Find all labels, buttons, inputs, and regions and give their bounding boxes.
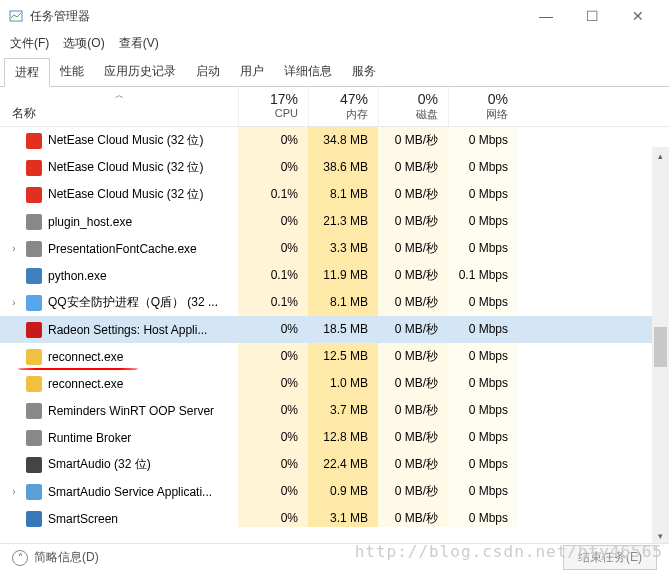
expand-icon[interactable]: ›	[8, 243, 20, 254]
scrollbar[interactable]: ▴ ▾	[652, 147, 669, 544]
table-row[interactable]: reconnect.exe0%1.0 MB0 MB/秒0 Mbps	[0, 370, 669, 397]
cpu-cell: 0%	[238, 316, 308, 343]
disk-cell: 0 MB/秒	[378, 235, 448, 262]
header-cpu[interactable]: 17% CPU	[238, 87, 308, 126]
expand-toggle-icon[interactable]: ˄	[12, 550, 28, 566]
process-name: Reminders WinRT OOP Server	[48, 404, 214, 418]
process-icon	[26, 322, 42, 338]
memory-cell: 8.1 MB	[308, 181, 378, 208]
tab-history[interactable]: 应用历史记录	[94, 58, 186, 86]
table-row[interactable]: python.exe0.1%11.9 MB0 MB/秒0.1 Mbps	[0, 262, 669, 289]
disk-cell: 0 MB/秒	[378, 505, 448, 527]
process-name: NetEase Cloud Music (32 位)	[48, 159, 203, 176]
network-cell: 0 Mbps	[448, 343, 518, 370]
memory-cell: 22.4 MB	[308, 451, 378, 478]
end-task-button[interactable]: 结束任务(E)	[563, 545, 657, 570]
window-controls: — ☐ ✕	[523, 0, 661, 32]
process-name: reconnect.exe	[48, 377, 123, 391]
network-cell: 0 Mbps	[448, 154, 518, 181]
network-cell: 0 Mbps	[448, 424, 518, 451]
app-icon	[8, 8, 24, 24]
memory-cell: 18.5 MB	[308, 316, 378, 343]
disk-cell: 0 MB/秒	[378, 316, 448, 343]
table-row[interactable]: ›SmartAudio Service Applicati...0%0.9 MB…	[0, 478, 669, 505]
cpu-cell: 0%	[238, 424, 308, 451]
cpu-cell: 0%	[238, 208, 308, 235]
column-headers: ︿ 名称 17% CPU 47% 内存 0% 磁盘 0% 网络	[0, 87, 669, 127]
expand-icon[interactable]: ›	[8, 297, 20, 308]
table-row[interactable]: NetEase Cloud Music (32 位)0.1%8.1 MB0 MB…	[0, 181, 669, 208]
table-row[interactable]: Radeon Settings: Host Appli...0%18.5 MB0…	[0, 316, 669, 343]
network-cell: 0 Mbps	[448, 505, 518, 527]
disk-cell: 0 MB/秒	[378, 127, 448, 154]
table-row[interactable]: NetEase Cloud Music (32 位)0%34.8 MB0 MB/…	[0, 127, 669, 154]
process-icon	[26, 349, 42, 365]
cpu-cell: 0%	[238, 235, 308, 262]
expand-icon[interactable]: ›	[8, 486, 20, 497]
memory-cell: 12.8 MB	[308, 424, 378, 451]
cpu-cell: 0%	[238, 397, 308, 424]
tab-performance[interactable]: 性能	[50, 58, 94, 86]
table-row[interactable]: ›PresentationFontCache.exe0%3.3 MB0 MB/秒…	[0, 235, 669, 262]
process-name: PresentationFontCache.exe	[48, 242, 197, 256]
table-row[interactable]: SmartAudio (32 位)0%22.4 MB0 MB/秒0 Mbps	[0, 451, 669, 478]
table-row[interactable]: SmartScreen0%3.1 MB0 MB/秒0 Mbps	[0, 505, 669, 527]
memory-cell: 3.1 MB	[308, 505, 378, 527]
tab-processes[interactable]: 进程	[4, 58, 50, 87]
table-row[interactable]: reconnect.exe0%12.5 MB0 MB/秒0 Mbps	[0, 343, 669, 370]
process-icon	[26, 268, 42, 284]
process-icon	[26, 457, 42, 473]
process-name: NetEase Cloud Music (32 位)	[48, 132, 203, 149]
memory-cell: 1.0 MB	[308, 370, 378, 397]
network-cell: 0 Mbps	[448, 397, 518, 424]
minimize-button[interactable]: —	[523, 0, 569, 32]
tab-startup[interactable]: 启动	[186, 58, 230, 86]
tab-details[interactable]: 详细信息	[274, 58, 342, 86]
table-row[interactable]: plugin_host.exe0%21.3 MB0 MB/秒0 Mbps	[0, 208, 669, 235]
header-network[interactable]: 0% 网络	[448, 87, 518, 126]
maximize-button[interactable]: ☐	[569, 0, 615, 32]
header-memory[interactable]: 47% 内存	[308, 87, 378, 126]
process-name: plugin_host.exe	[48, 215, 132, 229]
cpu-cell: 0.1%	[238, 181, 308, 208]
cpu-cell: 0%	[238, 505, 308, 527]
disk-cell: 0 MB/秒	[378, 343, 448, 370]
cpu-cell: 0%	[238, 343, 308, 370]
sort-arrow-icon: ︿	[115, 89, 124, 102]
scroll-down-icon[interactable]: ▾	[652, 527, 669, 544]
process-name: reconnect.exe	[48, 350, 123, 364]
brief-info-label[interactable]: 简略信息(D)	[34, 549, 99, 566]
process-icon	[26, 241, 42, 257]
process-icon	[26, 430, 42, 446]
menu-options[interactable]: 选项(O)	[63, 35, 104, 52]
memory-cell: 21.3 MB	[308, 208, 378, 235]
menu-file[interactable]: 文件(F)	[10, 35, 49, 52]
process-icon	[26, 187, 42, 203]
process-icon	[26, 133, 42, 149]
table-row[interactable]: NetEase Cloud Music (32 位)0%38.6 MB0 MB/…	[0, 154, 669, 181]
cpu-cell: 0%	[238, 451, 308, 478]
table-row[interactable]: Runtime Broker0%12.8 MB0 MB/秒0 Mbps	[0, 424, 669, 451]
disk-cell: 0 MB/秒	[378, 154, 448, 181]
memory-cell: 12.5 MB	[308, 343, 378, 370]
tab-users[interactable]: 用户	[230, 58, 274, 86]
process-list[interactable]: NetEase Cloud Music (32 位)0%34.8 MB0 MB/…	[0, 127, 669, 527]
scroll-thumb[interactable]	[654, 327, 667, 367]
tab-services[interactable]: 服务	[342, 58, 386, 86]
close-button[interactable]: ✕	[615, 0, 661, 32]
menu-view[interactable]: 查看(V)	[119, 35, 159, 52]
table-row[interactable]: Reminders WinRT OOP Server0%3.7 MB0 MB/秒…	[0, 397, 669, 424]
menubar: 文件(F) 选项(O) 查看(V)	[0, 32, 669, 54]
disk-cell: 0 MB/秒	[378, 370, 448, 397]
process-name: Radeon Settings: Host Appli...	[48, 323, 207, 337]
table-row[interactable]: ›QQ安全防护进程（Q盾） (32 ...0.1%8.1 MB0 MB/秒0 M…	[0, 289, 669, 316]
cpu-cell: 0%	[238, 154, 308, 181]
cpu-cell: 0.1%	[238, 262, 308, 289]
network-cell: 0 Mbps	[448, 289, 518, 316]
header-disk[interactable]: 0% 磁盘	[378, 87, 448, 126]
process-icon	[26, 484, 42, 500]
disk-cell: 0 MB/秒	[378, 397, 448, 424]
scroll-up-icon[interactable]: ▴	[652, 147, 669, 164]
header-name[interactable]: ︿ 名称	[0, 87, 238, 126]
disk-cell: 0 MB/秒	[378, 424, 448, 451]
